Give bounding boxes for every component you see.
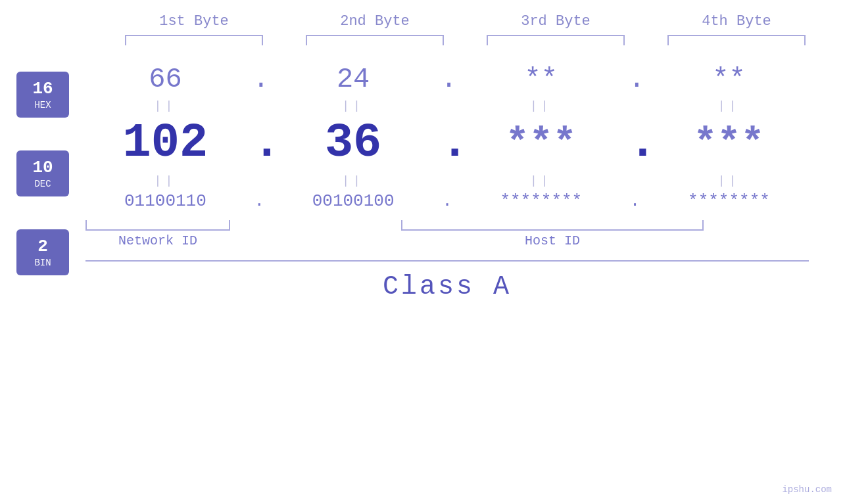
hex-b3: **: [469, 64, 614, 95]
byte3-header: 3rd Byte: [483, 13, 628, 30]
bin-b3: ********: [469, 191, 614, 211]
dec-dot1: .: [253, 116, 266, 170]
top-bracket-4: [667, 35, 806, 45]
eq1-b4: ||: [656, 99, 801, 112]
bottom-bracket-host: [401, 220, 704, 231]
hex-row: 66 . 24 . ** . **: [85, 52, 809, 98]
hex-dot3: .: [629, 64, 642, 95]
bin-b2: 00100100: [281, 191, 425, 211]
byte2-header: 2nd Byte: [302, 13, 447, 30]
eq2-b2: ||: [281, 174, 425, 187]
hex-b4: **: [656, 64, 801, 95]
class-row: Class A: [85, 262, 809, 302]
equals-row-1: || || || ||: [85, 98, 809, 114]
network-id-label: Network ID: [85, 233, 230, 248]
bin-badge: 2 BIN: [16, 229, 69, 275]
hex-dot2: .: [441, 64, 454, 95]
dec-dot2: .: [441, 116, 454, 170]
bin-dot3: .: [629, 191, 642, 211]
eq1-b2: ||: [281, 99, 425, 112]
bin-dot1: .: [253, 191, 266, 211]
hex-b1: 66: [93, 64, 237, 95]
watermark: ipshu.com: [782, 484, 832, 495]
eq2-b4: ||: [656, 174, 801, 187]
dec-b3: ***: [469, 121, 614, 166]
dec-b1: 102: [93, 116, 237, 170]
top-bracket-2: [306, 35, 444, 45]
equals-row-2: || || || ||: [85, 173, 809, 189]
class-label: Class A: [383, 272, 512, 302]
bottom-brackets-container: [85, 220, 809, 231]
bottom-bracket-net: [85, 220, 230, 231]
id-labels-row: Network ID Host ID: [85, 233, 809, 248]
host-id-label: Host ID: [401, 233, 704, 248]
bin-b4: ********: [656, 191, 801, 211]
dec-dot3: .: [629, 116, 642, 170]
top-bracket-3: [487, 35, 625, 45]
eq1-b1: ||: [93, 99, 237, 112]
eq2-b3: ||: [469, 174, 614, 187]
top-bracket-1: [125, 35, 263, 45]
hex-dot1: .: [253, 64, 266, 95]
main-container: 1st Byte 2nd Byte 3rd Byte 4th Byte 16 H…: [0, 0, 845, 504]
eq1-b3: ||: [469, 99, 614, 112]
byte1-header: 1st Byte: [122, 13, 266, 30]
dec-badge: 10 DEC: [16, 150, 69, 196]
eq2-b1: ||: [93, 174, 237, 187]
hex-badge: 16 HEX: [16, 72, 69, 118]
byte4-header: 4th Byte: [664, 13, 809, 30]
bin-row: 01100110 . 00100100 . ******** . *******…: [85, 189, 809, 218]
bin-dot2: .: [441, 191, 454, 211]
hex-b2: 24: [281, 64, 425, 95]
dec-row: 102 . 36 . *** . ***: [85, 114, 809, 173]
dec-b4: ***: [656, 121, 801, 166]
bin-b1: 01100110: [93, 191, 237, 211]
dec-b2: 36: [281, 116, 425, 170]
